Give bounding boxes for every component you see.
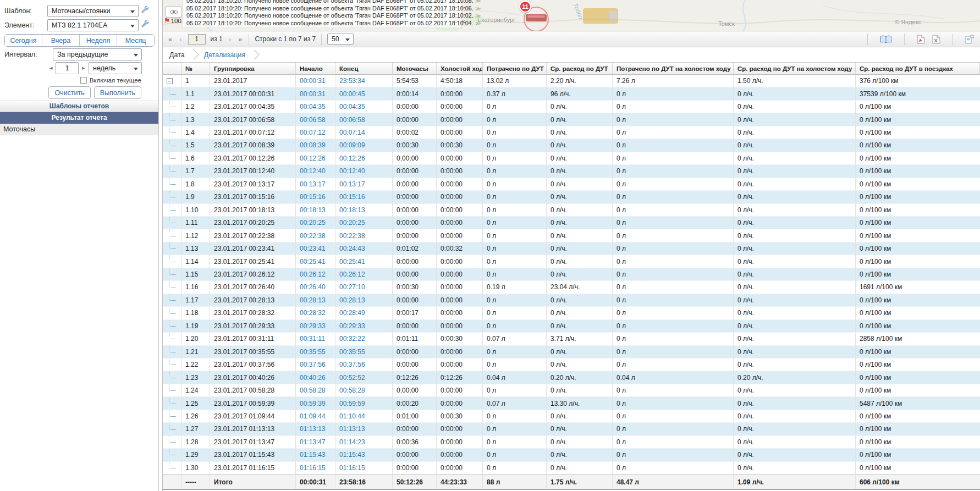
templates-section-header[interactable]: Шаблоны отчетов bbox=[0, 101, 158, 112]
column-header[interactable]: Ср. расход по ДУТ на холостом ходу bbox=[734, 63, 856, 75]
table-row[interactable]: 1.623.01.2017 00:12:2600:12:2600:12:260:… bbox=[163, 152, 980, 165]
result-section-header[interactable]: Результат отчета bbox=[0, 112, 158, 124]
template-select[interactable]: Моточасы/стоянки bbox=[47, 5, 139, 17]
table-cell-start[interactable]: 00:00:31 bbox=[296, 87, 335, 100]
table-cell-start[interactable]: 00:07:12 bbox=[296, 126, 335, 139]
table-cell-start[interactable]: 00:28:13 bbox=[296, 294, 335, 307]
table-cell-end[interactable]: 00:52:52 bbox=[335, 371, 393, 384]
today-button[interactable]: Сегодня bbox=[5, 35, 42, 46]
table-cell-start[interactable]: 00:04:35 bbox=[296, 101, 335, 113]
table-row[interactable]: 1.2423.01.2017 00:58:2800:58:2800:58:280… bbox=[163, 384, 980, 397]
table-cell-start[interactable]: 00:28:32 bbox=[296, 307, 335, 319]
table-cell-start[interactable]: 00:06:58 bbox=[296, 113, 335, 126]
export-report-button[interactable] bbox=[965, 34, 975, 45]
template-wrench-icon[interactable] bbox=[141, 5, 150, 14]
table-cell-start[interactable]: 00:15:16 bbox=[296, 191, 335, 203]
table-cell-start[interactable]: 00:58:28 bbox=[296, 384, 335, 397]
first-page-button[interactable]: « bbox=[167, 35, 173, 43]
map-strip[interactable]: Ярославль Ижевск Екатеринбург Томск Тобо… bbox=[163, 0, 980, 31]
table-row[interactable]: 1.123.01.2017 00:00:3100:00:3100:00:450:… bbox=[163, 87, 980, 100]
table-cell-end[interactable]: 01:13:13 bbox=[335, 423, 393, 435]
tab-data[interactable]: Дата bbox=[169, 51, 185, 59]
table-cell-end[interactable]: 00:04:35 bbox=[335, 101, 393, 113]
table-cell-start[interactable]: 00:31:11 bbox=[296, 333, 335, 345]
table-cell-end[interactable]: 00:15:16 bbox=[335, 191, 393, 203]
table-cell-start[interactable]: 00:29:33 bbox=[296, 320, 335, 333]
table-cell-end[interactable]: 00:06:58 bbox=[335, 113, 393, 126]
execute-button[interactable]: Выполнить bbox=[94, 86, 141, 99]
table-cell-start[interactable]: 00:12:26 bbox=[296, 152, 335, 165]
panel-splitter[interactable] bbox=[159, 0, 163, 491]
table-row[interactable]: 1.2023.01.2017 00:31:1100:31:1100:32:220… bbox=[163, 333, 980, 345]
column-header[interactable]: Группировка bbox=[210, 63, 296, 75]
column-header[interactable]: № bbox=[181, 63, 210, 75]
pdf-export-button[interactable] bbox=[916, 34, 926, 45]
table-cell-start[interactable]: 00:13:17 bbox=[296, 178, 335, 191]
table-cell-end[interactable]: 00:07:14 bbox=[335, 126, 393, 139]
column-header[interactable]: Потрачено по ДУТ на холостом ходу bbox=[613, 63, 734, 75]
table-cell-start[interactable]: 00:22:38 bbox=[296, 229, 335, 242]
clear-button[interactable]: Очистить bbox=[48, 86, 90, 99]
column-header[interactable]: Ср. расход по ДУТ bbox=[547, 63, 613, 75]
table-cell-end[interactable]: 00:22:38 bbox=[335, 229, 393, 242]
table-row[interactable]: 1.423.01.2017 00:07:1200:07:1200:07:140:… bbox=[163, 126, 980, 139]
table-row[interactable]: 1.2123.01.2017 00:35:5500:35:5500:35:550… bbox=[163, 346, 980, 358]
table-cell-end[interactable]: 01:16:15 bbox=[335, 462, 393, 475]
column-header[interactable]: Начало bbox=[296, 63, 335, 75]
table-cell-end[interactable]: 01:10:44 bbox=[335, 410, 393, 423]
table-cell-end[interactable]: 00:12:40 bbox=[335, 165, 393, 178]
table-row[interactable]: 1.1523.01.2017 00:26:1200:26:1200:26:120… bbox=[163, 268, 980, 281]
table-row[interactable]: 1.2823.01.2017 01:13:4701:13:4701:14:230… bbox=[163, 436, 980, 449]
table-row[interactable]: 1.1023.01.2017 00:18:1300:18:1300:18:130… bbox=[163, 204, 980, 217]
increment-arrow[interactable]: ▸ bbox=[82, 64, 85, 71]
table-cell-end[interactable]: 00:59:59 bbox=[335, 397, 393, 410]
table-cell-start[interactable]: 00:12:40 bbox=[296, 165, 335, 178]
table-row[interactable]: 1.1723.01.2017 00:28:1300:28:1300:28:130… bbox=[163, 294, 980, 307]
table-row[interactable]: 1.223.01.2017 00:04:3500:04:3500:04:350:… bbox=[163, 101, 980, 113]
table-row[interactable]: 1.1623.01.2017 00:26:4000:26:4000:27:100… bbox=[163, 281, 980, 294]
week-button[interactable]: Неделя bbox=[80, 35, 117, 46]
table-cell-start[interactable]: 01:13:13 bbox=[296, 423, 335, 435]
column-header[interactable]: Холостой ход bbox=[437, 63, 483, 75]
vehicle-marker-red[interactable] bbox=[526, 14, 547, 21]
table-row[interactable]: 1.2523.01.2017 00:59:3900:59:3900:59:590… bbox=[163, 397, 980, 410]
cluster-badge[interactable]: 11 bbox=[519, 1, 531, 13]
table-cell-start[interactable]: 00:20:25 bbox=[296, 217, 335, 229]
table-cell-end[interactable]: 23:53:34 bbox=[335, 75, 393, 87]
table-row[interactable]: 1.2323.01.2017 00:40:2600:40:2600:52:520… bbox=[163, 371, 980, 384]
table-cell-start[interactable]: 00:40:26 bbox=[296, 371, 335, 384]
table-cell-end[interactable]: 01:15:43 bbox=[335, 449, 393, 461]
table-cell-start[interactable]: 00:23:41 bbox=[296, 242, 335, 255]
interval-unit-select[interactable]: недель bbox=[89, 62, 142, 74]
table-cell-end[interactable]: 00:25:41 bbox=[335, 255, 393, 268]
book-button[interactable] bbox=[879, 35, 893, 44]
table-cell-end[interactable]: 00:24:43 bbox=[335, 242, 393, 255]
column-header[interactable]: Ср. расход по ДУТ в поездках bbox=[856, 63, 980, 75]
table-row[interactable]: 1.2723.01.2017 01:13:1301:13:1301:13:130… bbox=[163, 423, 980, 435]
excel-export-button[interactable]: X bbox=[932, 34, 941, 45]
table-cell-end[interactable]: 00:27:10 bbox=[335, 281, 393, 294]
table-cell-end[interactable]: 01:14:23 bbox=[335, 436, 393, 449]
tab-detail[interactable]: Детализация bbox=[204, 51, 245, 59]
column-header[interactable]: Моточасы bbox=[393, 63, 437, 75]
table-cell-start[interactable]: 00:08:39 bbox=[296, 139, 335, 152]
last-page-button[interactable]: » bbox=[237, 35, 243, 43]
prev-page-button[interactable]: ‹ bbox=[178, 35, 183, 43]
table-cell-start[interactable]: 00:18:13 bbox=[296, 204, 335, 217]
month-button[interactable]: Месяц bbox=[117, 35, 154, 46]
table-cell-end[interactable]: 00:37:56 bbox=[335, 358, 393, 371]
table-cell-end[interactable]: 00:18:13 bbox=[335, 204, 393, 217]
table-cell-start[interactable]: 01:09:44 bbox=[296, 410, 335, 423]
table-cell-end[interactable]: 00:32:22 bbox=[335, 333, 393, 345]
table-cell-start[interactable]: 00:59:39 bbox=[296, 397, 335, 410]
table-row[interactable]: 1.2623.01.2017 01:09:4401:09:4401:10:440… bbox=[163, 410, 980, 423]
element-select[interactable]: МТЗ 82.1 1704ЕА bbox=[47, 19, 139, 31]
table-cell-end[interactable]: 00:09:09 bbox=[335, 139, 393, 152]
table-row[interactable]: 1.1923.01.2017 00:29:3300:29:3300:29:330… bbox=[163, 320, 980, 333]
table-cell-end[interactable]: 00:29:33 bbox=[335, 320, 393, 333]
page-number-input[interactable]: 1 bbox=[188, 34, 206, 45]
table-row[interactable]: 1.1423.01.2017 00:25:4100:25:4100:25:410… bbox=[163, 255, 980, 268]
decrement-arrow[interactable]: ◂ bbox=[49, 64, 53, 71]
table-row[interactable]: 1.723.01.2017 00:12:4000:12:4000:12:400:… bbox=[163, 165, 980, 178]
next-page-button[interactable]: › bbox=[228, 35, 232, 43]
